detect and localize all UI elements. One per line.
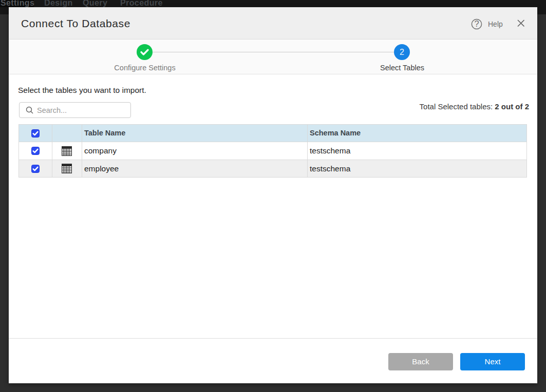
- svg-text:?: ?: [474, 19, 479, 28]
